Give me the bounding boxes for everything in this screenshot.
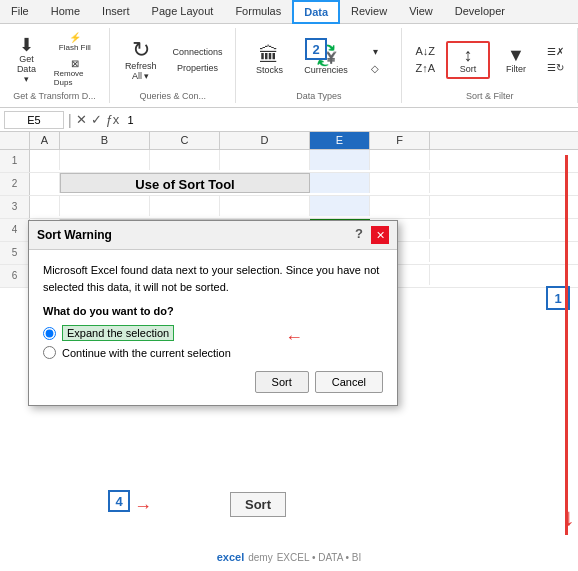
- dialog-close-button[interactable]: ✕: [371, 226, 389, 244]
- current-text: Continue with the current selection: [62, 347, 231, 359]
- formula-sep: |: [68, 112, 72, 128]
- rownum-4: 4: [0, 219, 30, 241]
- group-get-transform: ⬇ GetData ▾ ⚡ Flash Fill ⊠ Remove Dups G…: [0, 28, 110, 103]
- tab-formulas[interactable]: Formulas: [224, 0, 292, 24]
- clear-icon: ☰✗: [547, 46, 564, 57]
- sort-za-button[interactable]: Z↑A: [410, 60, 440, 76]
- cell-a2[interactable]: [30, 173, 60, 193]
- dialog-body: Microsoft Excel found data next to your …: [29, 250, 397, 405]
- reapply-button[interactable]: ☰↻: [542, 60, 569, 75]
- watermark-subtext: EXCEL • DATA • BI: [277, 552, 362, 563]
- cell-f1[interactable]: [370, 150, 430, 170]
- sort-label: Sort: [460, 64, 477, 74]
- dialog-question: What do you want to do?: [43, 305, 383, 317]
- sort-filter-items: A↓Z Z↑A ↕ Sort ▼ Filter ☰✗: [410, 30, 569, 89]
- dialog-buttons: Sort Cancel: [43, 371, 383, 393]
- cancel-button[interactable]: Cancel: [315, 371, 383, 393]
- confirm-formula-icon[interactable]: ✓: [91, 112, 102, 127]
- cell-d1[interactable]: [220, 150, 310, 170]
- cell-reference-input[interactable]: [4, 111, 64, 129]
- arrow-sort-icon: →: [134, 496, 152, 517]
- sort-icon: ↕: [464, 46, 473, 64]
- tab-pagelayout[interactable]: Page Layout: [141, 0, 225, 24]
- reapply-icon: ☰↻: [547, 62, 564, 73]
- sort-warning-dialog[interactable]: Sort Warning ? ✕ Microsoft Excel found d…: [28, 220, 398, 406]
- cell-a1[interactable]: [30, 150, 60, 170]
- data-type-more-button[interactable]: ▾: [357, 44, 393, 59]
- col-header-f: F: [370, 132, 430, 149]
- properties-button[interactable]: Properties: [167, 61, 227, 75]
- dialog-help-icon[interactable]: ?: [355, 226, 363, 244]
- data-type-convert-button[interactable]: ◇: [357, 61, 393, 76]
- cell-d3[interactable]: [220, 196, 310, 216]
- sort-filter-label: Sort & Filter: [466, 91, 514, 101]
- rownum-3: 3: [0, 196, 30, 218]
- col-header-a: A: [30, 132, 60, 149]
- radio-expand[interactable]: [43, 327, 56, 340]
- col-header-e: E: [310, 132, 370, 149]
- cell-e2[interactable]: [310, 173, 370, 193]
- queries-items: ↻ RefreshAll ▾ Connections Properties: [118, 30, 228, 89]
- bottom-sort-button-display: Sort: [230, 492, 286, 517]
- column-headers: A B C D E F: [0, 132, 578, 150]
- remove-dups-button[interactable]: ⊠ Remove Dups: [49, 56, 101, 89]
- refresh-label: RefreshAll ▾: [125, 61, 157, 81]
- connections-button[interactable]: Connections: [167, 45, 227, 59]
- cell-b3[interactable]: [60, 196, 150, 216]
- tab-review[interactable]: Review: [340, 0, 398, 24]
- row-3: 3: [0, 196, 578, 219]
- get-data-button[interactable]: ⬇ GetData ▾: [8, 32, 45, 88]
- tab-data[interactable]: Data: [292, 0, 340, 24]
- get-data-icon: ⬇: [19, 36, 34, 54]
- flash-label: Flash Fill: [59, 43, 91, 52]
- radio-current[interactable]: [43, 346, 56, 359]
- cell-b1[interactable]: [60, 150, 150, 170]
- cell-e3[interactable]: [310, 196, 370, 216]
- flash-fill-button[interactable]: ⚡ Flash Fill: [49, 30, 101, 54]
- cell-e1[interactable]: [310, 150, 370, 170]
- tab-view[interactable]: View: [398, 0, 444, 24]
- stocks-icon: 🏛: [259, 45, 279, 65]
- dialog-title: Sort Warning: [37, 228, 112, 242]
- sort-za-icon: Z↑A: [415, 62, 435, 74]
- sort-confirm-button[interactable]: Sort: [255, 371, 309, 393]
- radio-current-label[interactable]: Continue with the current selection: [43, 346, 383, 359]
- formula-input[interactable]: [123, 114, 574, 126]
- get-transform-label: Get & Transform D...: [13, 91, 96, 101]
- rownum-1: 1: [0, 150, 30, 172]
- tab-home[interactable]: Home: [40, 0, 91, 24]
- cell-c1[interactable]: [150, 150, 220, 170]
- watermark-text: demy: [248, 552, 272, 563]
- down-arrow-icon: ↓: [563, 503, 575, 531]
- cancel-formula-icon[interactable]: ✕: [76, 112, 87, 127]
- sort-button[interactable]: ↕ Sort: [446, 41, 490, 79]
- radio-expand-label[interactable]: Expand the selection: [43, 325, 383, 341]
- insert-function-icon[interactable]: ƒx: [106, 112, 120, 127]
- refresh-all-button[interactable]: ↻ RefreshAll ▾: [118, 35, 164, 85]
- cell-f3[interactable]: [370, 196, 430, 216]
- arrow-expand-icon: ←: [285, 327, 303, 348]
- stocks-label: Stocks: [256, 65, 283, 75]
- remove-dups-label: Remove Dups: [54, 69, 96, 87]
- filter-button[interactable]: ▼ Filter: [494, 42, 538, 78]
- tab-file[interactable]: File: [0, 0, 40, 24]
- rownum-2: 2: [0, 173, 30, 195]
- clear-button[interactable]: ☰✗: [542, 44, 569, 59]
- col-header-d: D: [220, 132, 310, 149]
- queries-label: Queries & Con...: [139, 91, 206, 101]
- row-1: 1: [0, 150, 578, 173]
- data-types-label: Data Types: [296, 91, 341, 101]
- properties-label: Properties: [177, 63, 218, 73]
- refresh-icon: ↻: [132, 39, 150, 61]
- remove-dups-icon: ⊠: [71, 58, 79, 69]
- currencies-label: Currencies: [304, 65, 348, 75]
- cell-a3[interactable]: [30, 196, 60, 216]
- stocks-button[interactable]: 🏛 Stocks: [244, 41, 294, 79]
- callout-4: 4: [108, 490, 130, 512]
- cell-f2[interactable]: [370, 173, 430, 193]
- tab-developer[interactable]: Developer: [444, 0, 516, 24]
- expand-text: Expand the selection: [62, 325, 174, 341]
- tab-insert[interactable]: Insert: [91, 0, 141, 24]
- cell-c3[interactable]: [150, 196, 220, 216]
- sort-az-button[interactable]: A↓Z: [410, 43, 440, 59]
